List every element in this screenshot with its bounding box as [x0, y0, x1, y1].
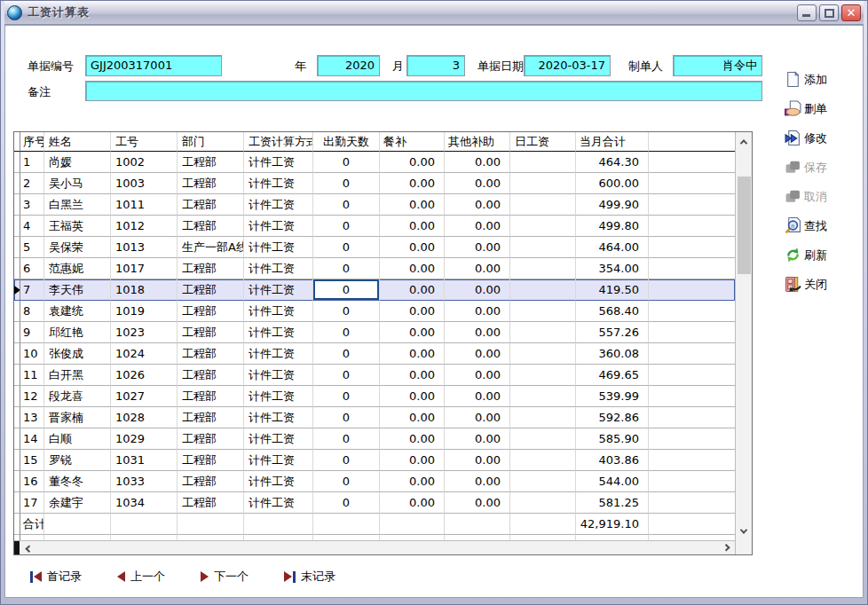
cell-daily[interactable]	[510, 471, 576, 492]
cell-other[interactable]: 0.00	[445, 173, 510, 194]
table-row[interactable]: 10张俊成1024工程部计件工资00.000.00360.08	[14, 343, 735, 365]
cell-name[interactable]: 尚媛	[44, 152, 111, 173]
cell-calc[interactable]: 计件工资	[244, 365, 313, 386]
cell-emp_no[interactable]: 1024	[111, 343, 178, 365]
cell-other[interactable]: 0.00	[445, 322, 510, 343]
cell-name[interactable]: 张俊成	[44, 343, 111, 365]
table-row[interactable]: 8袁建统1019工程部计件工资00.000.00568.40	[14, 301, 735, 322]
cell-total[interactable]: 592.86	[576, 407, 649, 428]
cell-emp_no[interactable]: 1017	[111, 258, 178, 279]
cell-seq[interactable]: 5	[20, 237, 44, 258]
cell-emp_no[interactable]: 1029	[111, 428, 178, 450]
maximize-button[interactable]	[819, 4, 839, 21]
cell-total[interactable]: 544.00	[576, 471, 649, 492]
year-field[interactable]: 2020	[317, 55, 380, 76]
previous-record-button[interactable]: 上一个	[117, 569, 165, 585]
cell-total[interactable]: 499.90	[576, 194, 649, 216]
cell-name[interactable]: 余建宇	[44, 492, 111, 514]
cell-calc[interactable]: 计件工资	[244, 428, 313, 450]
cell-other[interactable]: 0.00	[445, 450, 510, 471]
doc-no-field[interactable]: GJJ200317001	[85, 55, 222, 76]
cell-daily[interactable]	[510, 216, 576, 237]
cell-other[interactable]: 0.00	[445, 258, 510, 279]
cell-days[interactable]: 0	[313, 173, 380, 194]
cell-seq[interactable]: 7	[20, 279, 44, 301]
cell-extra[interactable]	[649, 450, 735, 471]
cell-daily[interactable]	[510, 386, 576, 407]
cell-daily[interactable]	[510, 322, 576, 343]
cell-extra[interactable]	[649, 386, 735, 407]
cell-emp_no[interactable]: 1019	[111, 301, 178, 322]
cell-total[interactable]: 539.99	[576, 386, 649, 407]
delete-button[interactable]: 删单	[785, 99, 866, 118]
table-row[interactable]: 12段龙喜1027工程部计件工资00.000.00539.99	[14, 386, 735, 407]
cell-dept[interactable]: 生产一部A线	[178, 237, 244, 258]
cell-extra[interactable]	[649, 343, 735, 365]
last-record-button[interactable]: 末记录	[284, 569, 335, 585]
cell-days[interactable]: 0	[313, 365, 380, 386]
cell-daily[interactable]	[510, 194, 576, 216]
cell-total[interactable]: 557.26	[576, 322, 649, 343]
table-row[interactable]: 9邱红艳1023工程部计件工资00.000.00557.26	[14, 322, 735, 343]
cell-total[interactable]: 585.90	[576, 428, 649, 450]
cell-extra[interactable]	[649, 258, 735, 279]
cell-seq[interactable]: 2	[20, 173, 44, 194]
cell-dept[interactable]: 工程部	[178, 428, 244, 450]
cell-name[interactable]: 罗锐	[44, 450, 111, 471]
cell-name[interactable]: 袁建统	[44, 301, 111, 322]
cell-other[interactable]: 0.00	[445, 407, 510, 428]
cell-seq[interactable]: 13	[20, 407, 44, 428]
cell-calc[interactable]: 计件工资	[244, 450, 313, 471]
cell-daily[interactable]	[510, 450, 576, 471]
cell-calc[interactable]: 计件工资	[244, 237, 313, 258]
cell-other[interactable]: 0.00	[445, 471, 510, 492]
cell-total[interactable]: 403.86	[576, 450, 649, 471]
cell-dept[interactable]: 工程部	[178, 407, 244, 428]
cell-emp_no[interactable]: 1028	[111, 407, 178, 428]
cell-dept[interactable]: 工程部	[178, 471, 244, 492]
cell-extra[interactable]	[649, 301, 735, 322]
cell-calc[interactable]: 计件工资	[244, 343, 313, 365]
cell-calc[interactable]: 计件工资	[244, 471, 313, 492]
cell-emp_no[interactable]: 1033	[111, 471, 178, 492]
cancel-button[interactable]: 取消	[785, 187, 866, 206]
cell-meal[interactable]: 0.00	[380, 301, 445, 322]
cell-extra[interactable]	[649, 322, 735, 343]
cell-extra[interactable]	[649, 173, 735, 194]
cell-days[interactable]: 0	[313, 279, 380, 301]
cell-days[interactable]: 0	[313, 194, 380, 216]
cell-seq[interactable]: 11	[20, 365, 44, 386]
cell-emp_no[interactable]: 1003	[111, 173, 178, 194]
cell-other[interactable]: 0.00	[445, 279, 510, 301]
cell-total[interactable]: 464.00	[576, 237, 649, 258]
cell-dept[interactable]: 工程部	[178, 386, 244, 407]
table-row[interactable]: 13晋家楠1028工程部计件工资00.000.00592.86	[14, 407, 735, 428]
cell-emp_no[interactable]: 1031	[111, 450, 178, 471]
modify-button[interactable]: 修改	[785, 129, 866, 147]
cell-dept[interactable]: 工程部	[178, 258, 244, 279]
cell-name[interactable]: 李天伟	[44, 279, 111, 301]
cell-meal[interactable]: 0.00	[380, 258, 445, 279]
cell-seq[interactable]: 6	[20, 258, 44, 279]
cell-days[interactable]: 0	[313, 428, 380, 450]
cell-meal[interactable]: 0.00	[380, 322, 445, 343]
cell-extra[interactable]	[649, 428, 735, 450]
cell-calc[interactable]: 计件工资	[244, 492, 313, 514]
minimize-button[interactable]	[797, 4, 817, 21]
cell-meal[interactable]: 0.00	[380, 471, 445, 492]
cell-name[interactable]: 王福英	[44, 216, 111, 237]
cell-days[interactable]: 0	[313, 301, 380, 322]
cell-total[interactable]: 419.50	[576, 279, 649, 301]
cell-other[interactable]: 0.00	[445, 152, 510, 173]
cell-meal[interactable]: 0.00	[380, 152, 445, 173]
cell-daily[interactable]	[510, 173, 576, 194]
close-form-button[interactable]: 关闭	[785, 275, 866, 294]
doc-date-field[interactable]: 2020-03-17	[524, 55, 611, 76]
table-row[interactable]: 1尚媛1002工程部计件工资00.000.00464.30	[14, 152, 735, 173]
creator-field[interactable]: 肖令中	[673, 55, 762, 76]
cell-calc[interactable]: 计件工资	[244, 173, 313, 194]
cell-meal[interactable]: 0.00	[380, 279, 445, 301]
cell-days[interactable]: 0	[313, 386, 380, 407]
cell-extra[interactable]	[649, 492, 735, 514]
cell-seq[interactable]: 17	[20, 492, 44, 514]
